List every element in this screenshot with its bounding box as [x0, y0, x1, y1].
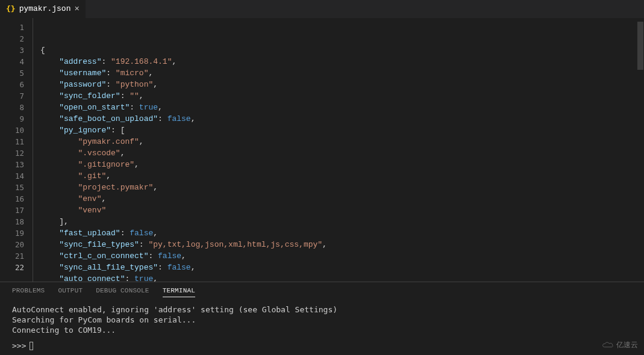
code-line[interactable]: "env", [40, 193, 644, 205]
code-line[interactable]: ".vscode", [40, 147, 644, 159]
line-number: 14 [0, 170, 24, 182]
code-line[interactable]: "address": "192.168.4.1", [40, 56, 644, 67]
line-number: 8 [0, 102, 24, 113]
line-number: 7 [0, 90, 24, 102]
line-number: 3 [0, 45, 24, 56]
line-number: 5 [0, 67, 24, 79]
line-number: 2 [0, 33, 24, 45]
code-line[interactable]: { [40, 45, 644, 56]
code-line[interactable]: ".git", [40, 170, 644, 182]
line-number: 13 [0, 159, 24, 170]
code-line[interactable]: "safe_boot_on_upload": false, [40, 113, 644, 125]
scrollbar-thumb[interactable] [637, 22, 643, 70]
panel-tab-output[interactable]: OUTPUT [58, 287, 83, 297]
line-number: 6 [0, 79, 24, 90]
app-root: {} pymakr.json × 12345678910111213141516… [0, 0, 644, 355]
editor-scrollbar[interactable] [637, 18, 644, 282]
code-line[interactable]: "py_ignore": [ [40, 125, 644, 136]
code-line[interactable]: "ctrl_c_on_connect": false, [40, 250, 644, 262]
code-line[interactable]: "auto_connect": true, [40, 273, 644, 282]
line-number: 22 [0, 262, 24, 273]
editor-tab[interactable]: {} pymakr.json × [0, 0, 86, 18]
code-line[interactable]: "open_on_start": true, [40, 102, 644, 113]
line-number: 1 [0, 22, 24, 33]
editor-area[interactable]: 12345678910111213141516171819202122 { "a… [0, 18, 644, 282]
tab-close-icon[interactable]: × [74, 5, 79, 13]
code-line[interactable]: "pymakr.conf", [40, 136, 644, 147]
code-line[interactable]: "venv" [40, 205, 644, 216]
line-number-gutter: 12345678910111213141516171819202122 [0, 18, 33, 282]
code-line[interactable]: "username": "micro", [40, 67, 644, 79]
line-number: 21 [0, 250, 24, 262]
tab-filename: pymakr.json [19, 4, 71, 13]
panel-tab-terminal[interactable]: TERMINAL [163, 287, 195, 297]
code-line[interactable]: ".gitignore", [40, 159, 644, 170]
line-number: 11 [0, 136, 24, 147]
line-number: 10 [0, 125, 24, 136]
terminal-output[interactable]: AutoConnect enabled, ignoring 'address' … [0, 297, 644, 339]
code-line[interactable]: "project.pymakr", [40, 182, 644, 193]
prompt-text: >>> [12, 341, 26, 350]
code-content[interactable]: { "address": "192.168.4.1", "username": … [33, 18, 644, 282]
code-line[interactable]: "password": "python", [40, 79, 644, 90]
line-number: 12 [0, 147, 24, 159]
panel-tab-debug-console[interactable]: DEBUG CONSOLE [96, 287, 149, 297]
json-file-icon: {} [6, 4, 16, 13]
line-number: 20 [0, 239, 24, 250]
line-number: 9 [0, 113, 24, 125]
code-line[interactable]: "sync_all_file_types": false, [40, 262, 644, 273]
code-line[interactable]: "fast_upload": false, [40, 227, 644, 239]
line-number: 16 [0, 193, 24, 205]
terminal-cursor [30, 342, 33, 350]
panel-tabs: PROBLEMSOUTPUTDEBUG CONSOLETERMINAL [0, 282, 644, 297]
line-number: 19 [0, 227, 24, 239]
tab-bar: {} pymakr.json × [0, 0, 644, 18]
code-line[interactable]: ], [40, 216, 644, 227]
panel-tab-problems[interactable]: PROBLEMS [12, 287, 45, 297]
line-number: 18 [0, 216, 24, 227]
code-line[interactable]: "sync_folder": "", [40, 90, 644, 102]
code-line[interactable]: "sync_file_types": "py,txt,log,json,xml,… [40, 239, 644, 250]
line-number: 15 [0, 182, 24, 193]
line-number: 4 [0, 56, 24, 67]
bottom-panel: PROBLEMSOUTPUTDEBUG CONSOLETERMINAL Auto… [0, 282, 644, 355]
line-number: 17 [0, 205, 24, 216]
terminal-prompt[interactable]: >>> [0, 339, 644, 355]
